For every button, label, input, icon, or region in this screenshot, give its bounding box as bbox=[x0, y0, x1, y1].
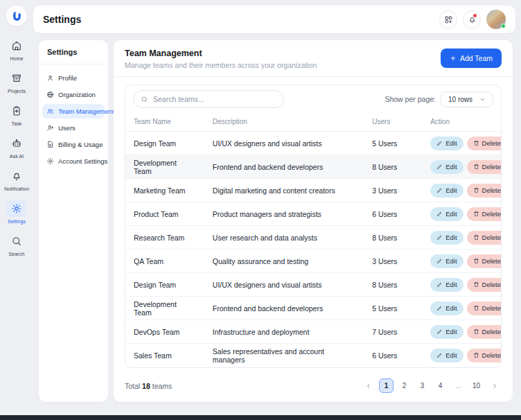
delete-button[interactable]: Delete bbox=[467, 184, 502, 198]
delete-label: Delete bbox=[482, 328, 501, 335]
sidebar-item-label: Organization bbox=[58, 91, 96, 98]
delete-button[interactable]: Delete bbox=[467, 301, 502, 315]
pencil-icon bbox=[436, 329, 443, 335]
sidebar-item-account-settings[interactable]: Account Settings bbox=[42, 154, 105, 168]
rail-item-home[interactable]: Home bbox=[4, 37, 29, 61]
delete-label: Delete bbox=[482, 281, 501, 288]
rail-item-label: Task bbox=[12, 121, 22, 126]
edit-label: Edit bbox=[445, 163, 457, 170]
trash-icon bbox=[473, 140, 479, 146]
chevron-down-icon bbox=[479, 96, 486, 103]
page-button-4[interactable]: 4 bbox=[433, 378, 448, 393]
delete-button[interactable]: Delete bbox=[467, 325, 502, 339]
team-action-cell: EditDelete bbox=[422, 132, 501, 155]
sidebar-item-label: Account Settings bbox=[58, 157, 107, 165]
app-logo[interactable] bbox=[6, 6, 27, 26]
next-page-button[interactable] bbox=[487, 378, 502, 393]
delete-button[interactable]: Delete bbox=[467, 137, 502, 150]
apps-add-icon bbox=[444, 15, 453, 24]
sidebar-item-billing-usage[interactable]: Billing & Usage bbox=[42, 137, 105, 152]
edit-button[interactable]: Edit bbox=[430, 254, 463, 268]
delete-label: Delete bbox=[482, 351, 501, 359]
rail-item-task[interactable]: Task bbox=[4, 103, 29, 126]
team-users-cell: 5 Users bbox=[364, 297, 422, 320]
delete-button[interactable]: Delete bbox=[467, 349, 502, 362]
per-page-select[interactable]: 10 rows bbox=[441, 91, 493, 107]
team-row: Marketing TeamDigital marketing and cont… bbox=[125, 179, 501, 202]
delete-label: Delete bbox=[482, 186, 501, 194]
rail-item-label: Notification bbox=[4, 186, 29, 191]
pencil-icon bbox=[436, 211, 443, 217]
delete-button[interactable]: Delete bbox=[467, 254, 502, 268]
userplus-icon bbox=[46, 124, 54, 132]
team-description-cell: Frontend and backend developers bbox=[204, 155, 364, 179]
search-input[interactable] bbox=[153, 95, 276, 103]
trash-icon bbox=[473, 211, 479, 217]
user-avatar[interactable] bbox=[486, 10, 506, 29]
pencil-icon bbox=[436, 352, 443, 358]
bell-icon bbox=[11, 170, 22, 182]
team-action-cell: EditDelete bbox=[422, 250, 501, 273]
rail-item-ask-ai[interactable]: Ask AI bbox=[4, 135, 29, 159]
rail-item-settings[interactable]: Settings bbox=[4, 200, 29, 224]
rail-item-search[interactable]: Search bbox=[4, 233, 29, 256]
rail-item-label: Search bbox=[9, 252, 25, 256]
delete-label: Delete bbox=[482, 139, 501, 147]
trash-icon bbox=[473, 281, 479, 288]
edit-button[interactable]: Edit bbox=[430, 137, 463, 150]
edit-button[interactable]: Edit bbox=[430, 207, 463, 221]
team-name-cell: Sales Team bbox=[125, 344, 204, 367]
sidebar-item-label: Team Management bbox=[58, 107, 114, 115]
apps-add-button[interactable] bbox=[439, 10, 457, 28]
edit-button[interactable]: Edit bbox=[430, 325, 463, 339]
rail-item-label: Home bbox=[10, 56, 23, 61]
edit-button[interactable]: Edit bbox=[430, 301, 463, 315]
edit-label: Edit bbox=[445, 281, 457, 288]
search-box[interactable] bbox=[133, 90, 284, 108]
page-button-3[interactable]: 3 bbox=[415, 378, 430, 393]
edit-button[interactable]: Edit bbox=[430, 278, 463, 292]
rail-item-notification[interactable]: Notification bbox=[4, 168, 29, 191]
edit-button[interactable]: Edit bbox=[430, 160, 463, 174]
sidebar-item-profile[interactable]: Profile bbox=[42, 71, 105, 85]
team-row: Design TeamUI/UX designers and visual ar… bbox=[125, 132, 501, 155]
edit-button[interactable]: Edit bbox=[430, 184, 463, 198]
notifications-button[interactable] bbox=[463, 10, 481, 28]
home-icon bbox=[11, 40, 22, 51]
delete-label: Delete bbox=[482, 163, 501, 170]
edit-label: Edit bbox=[445, 328, 457, 335]
per-page-label: Show per page: bbox=[385, 95, 436, 103]
page-button-1[interactable]: 1 bbox=[379, 378, 394, 393]
team-action-cell: EditDelete bbox=[422, 344, 501, 367]
team-users-cell: 3 Users bbox=[364, 179, 422, 202]
sidebar-item-users[interactable]: Users bbox=[42, 121, 105, 135]
delete-label: Delete bbox=[482, 234, 501, 241]
edit-button[interactable]: Edit bbox=[430, 231, 463, 245]
team-description-cell: User research and data analysts bbox=[204, 226, 364, 250]
table-toolbar: Show per page: 10 rows bbox=[125, 85, 501, 113]
column-header-users: Users bbox=[364, 113, 422, 132]
page-button-2[interactable]: 2 bbox=[397, 378, 412, 393]
edit-button[interactable]: Edit bbox=[430, 349, 463, 362]
add-team-button[interactable]: Add Team bbox=[441, 49, 502, 68]
delete-button[interactable]: Delete bbox=[467, 231, 502, 245]
team-row: Development TeamFrontend and backend dev… bbox=[125, 297, 501, 320]
trash-icon bbox=[473, 329, 479, 335]
team-row: Research TeamUser research and data anal… bbox=[125, 226, 501, 250]
user-icon bbox=[46, 74, 54, 82]
column-header-team-name: Team Name bbox=[125, 113, 204, 132]
delete-button[interactable]: Delete bbox=[467, 278, 502, 292]
prev-page-button[interactable] bbox=[361, 378, 376, 393]
rail-item-projects[interactable]: Projects bbox=[4, 70, 29, 94]
sidebar-item-label: Profile bbox=[58, 74, 77, 82]
trash-icon bbox=[473, 305, 479, 311]
sidebar-item-team-management[interactable]: Team Management bbox=[42, 104, 105, 119]
team-name-cell: DevOps Team bbox=[125, 320, 204, 344]
panel-subtitle: Manage teams and their members across yo… bbox=[125, 61, 317, 69]
delete-button[interactable]: Delete bbox=[467, 207, 502, 221]
team-name-cell: Design Team bbox=[125, 273, 204, 297]
page-button-10[interactable]: 10 bbox=[469, 378, 484, 393]
team-users-cell: 6 Users bbox=[364, 344, 422, 367]
delete-button[interactable]: Delete bbox=[467, 160, 502, 174]
sidebar-item-organization[interactable]: Organization bbox=[42, 87, 105, 102]
